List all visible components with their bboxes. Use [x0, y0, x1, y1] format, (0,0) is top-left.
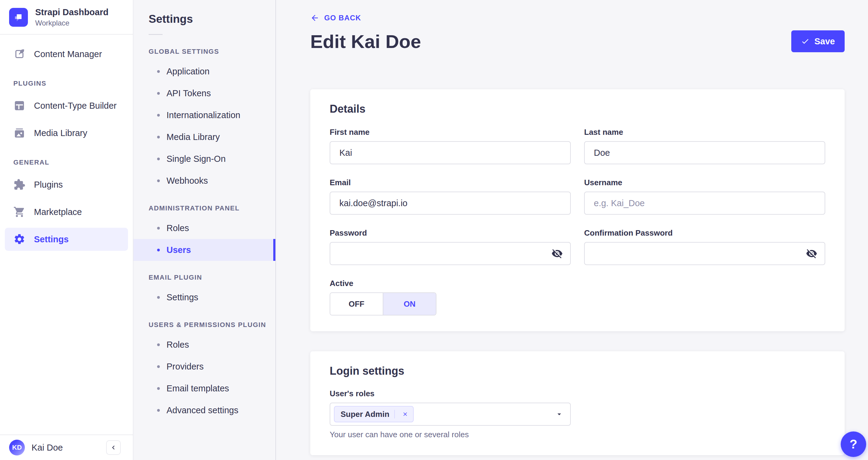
workspace-subtitle: Workplace	[35, 19, 108, 27]
username-input[interactable]	[584, 192, 825, 215]
subnav-item-internationalization[interactable]: Internationalization	[133, 104, 275, 126]
go-back-link[interactable]: GO BACK	[310, 13, 361, 23]
username-field: Username	[584, 178, 825, 215]
nav-item-media-library[interactable]: Media Library	[5, 121, 128, 145]
subnav-title: Settings	[149, 13, 275, 26]
subnav-list: Application API Tokens Internationalizat…	[133, 60, 275, 192]
subnav-item-roles-admin[interactable]: Roles	[133, 217, 275, 239]
tag-divider	[394, 410, 395, 419]
subnav-section-users-permissions: USERS & PERMISSIONS PLUGIN Roles Provide…	[133, 321, 275, 421]
subnav-item-roles-up[interactable]: Roles	[133, 334, 275, 355]
nav-item-label: Content-Type Builder	[34, 101, 117, 111]
subnav-title-divider	[149, 34, 162, 35]
check-icon	[801, 37, 809, 46]
eye-off-icon[interactable]	[806, 248, 817, 259]
subnav-item-email-settings[interactable]: Settings	[133, 286, 275, 308]
bullet-icon	[157, 136, 160, 139]
subnav-section-global: GLOBAL SETTINGS Application API Tokens I…	[133, 48, 275, 192]
active-toggle-off[interactable]: OFF	[330, 293, 383, 315]
eye-off-icon[interactable]	[551, 248, 563, 259]
workspace-brand[interactable]: Strapi Dashboard Workplace	[0, 0, 133, 34]
bullet-icon	[157, 249, 160, 251]
subnav-section-header: EMAIL PLUGIN	[149, 274, 275, 282]
nav-section-header-plugins: PLUGINS	[13, 80, 133, 87]
details-form-grid: First name Last name Email Username Pass	[330, 127, 825, 315]
first-name-field: First name	[330, 127, 571, 164]
confirmation-password-input[interactable]	[584, 242, 825, 265]
nav-item-content-manager[interactable]: Content Manager	[5, 42, 128, 65]
workspace-title: Strapi Dashboard	[35, 7, 108, 17]
go-back-label: GO BACK	[324, 14, 361, 22]
bullet-icon	[157, 157, 160, 160]
subnav-item-advanced-settings[interactable]: Advanced settings	[133, 399, 275, 421]
avatar: KD	[9, 440, 25, 455]
bullet-icon	[157, 409, 160, 412]
last-name-input[interactable]	[584, 141, 825, 164]
active-toggle: OFF ON	[330, 292, 436, 315]
nav-section-header-general: GENERAL	[13, 159, 133, 166]
help-button[interactable]: ?	[841, 431, 866, 457]
first-name-input[interactable]	[330, 141, 571, 164]
bullet-icon	[157, 227, 160, 230]
nav-item-label: Marketplace	[34, 207, 82, 217]
bullet-icon	[157, 179, 160, 182]
user-name: Kai Doe	[32, 443, 63, 453]
subnav-item-webhooks[interactable]: Webhooks	[133, 170, 275, 192]
subnav-item-single-sign-on[interactable]: Single Sign-On	[133, 148, 275, 170]
subnav-item-users[interactable]: Users	[133, 239, 275, 261]
subnav-item-api-tokens[interactable]: API Tokens	[133, 82, 275, 104]
save-button-label: Save	[814, 36, 835, 47]
subnav-section-header: GLOBAL SETTINGS	[149, 48, 275, 56]
users-roles-label: User's roles	[330, 389, 825, 398]
subnav-item-email-templates[interactable]: Email templates	[133, 377, 275, 399]
nav-item-content-type-builder[interactable]: Content-Type Builder	[5, 94, 128, 117]
bullet-icon	[157, 92, 160, 95]
subnav-section-header: ADMINISTRATION PANEL	[149, 204, 275, 212]
users-roles-select[interactable]: Super Admin	[330, 403, 571, 426]
details-card-title: Details	[330, 103, 825, 115]
subnav-item-label: Media Library	[166, 132, 220, 142]
nav-item-marketplace[interactable]: Marketplace	[5, 200, 128, 224]
strapi-logo-icon	[9, 8, 28, 27]
bullet-icon	[157, 296, 160, 299]
roles-helper-text: Your user can have one or several roles	[330, 430, 825, 439]
subnav-item-label: Users	[166, 245, 191, 255]
subnav-section-header: USERS & PERMISSIONS PLUGIN	[149, 321, 275, 329]
main-nav-list: Content Manager PLUGINS Content-Type Bui…	[0, 35, 133, 434]
page-title: Edit Kai Doe	[310, 31, 421, 52]
bullet-icon	[157, 387, 160, 390]
confirmation-password-label: Confirmation Password	[584, 228, 825, 238]
bullet-icon	[157, 70, 160, 73]
subnav-item-label: Providers	[166, 362, 204, 372]
page-header: Edit Kai Doe Save	[310, 30, 845, 52]
details-card: Details First name Last name Email Usern…	[310, 89, 845, 331]
email-input[interactable]	[330, 192, 571, 215]
password-input[interactable]	[330, 242, 571, 265]
subnav-item-label: Advanced settings	[166, 405, 238, 415]
bullet-icon	[157, 114, 160, 117]
active-label: Active	[330, 279, 571, 288]
subnav-item-label: Application	[166, 66, 210, 77]
x-icon[interactable]	[400, 409, 411, 420]
login-settings-title: Login settings	[330, 365, 825, 377]
picture-icon	[13, 127, 26, 139]
nav-item-plugins[interactable]: Plugins	[5, 173, 128, 196]
subnav-item-media-library[interactable]: Media Library	[133, 126, 275, 148]
subnav-section-email-plugin: EMAIL PLUGIN Settings	[133, 274, 275, 308]
password-label: Password	[330, 228, 571, 238]
last-name-field: Last name	[584, 127, 825, 164]
subnav-item-label: Single Sign-On	[166, 154, 226, 164]
user-menu[interactable]: KD Kai Doe	[9, 440, 63, 455]
collapse-sidebar-button[interactable]	[106, 440, 121, 455]
subnav-list: Settings	[133, 286, 275, 308]
subnav-item-providers[interactable]: Providers	[133, 355, 275, 377]
main-sidebar: Strapi Dashboard Workplace Content Manag…	[0, 0, 133, 460]
save-button[interactable]: Save	[791, 30, 845, 52]
first-name-label: First name	[330, 127, 571, 137]
subnav-item-label: Roles	[166, 340, 189, 350]
caret-down-icon	[555, 410, 563, 419]
active-toggle-on[interactable]: ON	[383, 293, 436, 315]
gear-icon	[13, 233, 26, 245]
nav-item-settings[interactable]: Settings	[5, 228, 128, 251]
subnav-item-application[interactable]: Application	[133, 60, 275, 82]
